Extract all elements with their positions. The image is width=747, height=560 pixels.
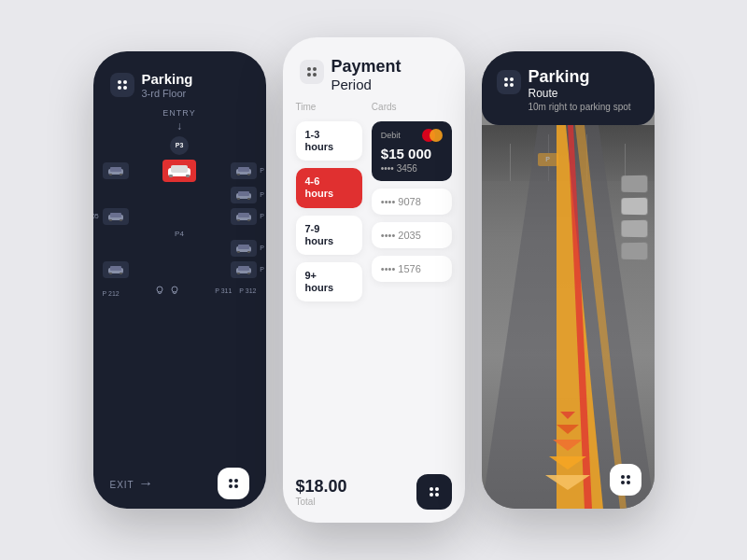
card-item-3[interactable]: •••• 1576	[372, 256, 452, 282]
svg-rect-9	[238, 167, 249, 172]
parking-spot-highlighted	[162, 160, 196, 182]
parking-row-5: P 309	[103, 261, 257, 278]
svg-rect-1	[110, 167, 121, 172]
spot-label-212: P 212	[103, 290, 120, 297]
card-number-1: •••• 9078	[381, 196, 443, 207]
svg-rect-30	[109, 273, 112, 274]
route-menu-button[interactable]	[610, 464, 641, 496]
time-option-4-6[interactable]: 4-6hours	[296, 168, 362, 207]
menu-icon[interactable]	[497, 70, 521, 94]
debit-label: Debit	[381, 131, 401, 140]
parking-spot	[103, 162, 129, 179]
payment-screen: Payment Period Time 1-3hours 4-6hours 7-…	[283, 37, 465, 523]
card-item-1[interactable]: •••• 9078	[372, 189, 452, 215]
total-block: $18.00 Total	[296, 477, 347, 507]
svg-rect-13	[238, 191, 249, 196]
card-number-debit: •••• 3456	[381, 163, 443, 174]
debit-card[interactable]: Debit $15 000 •••• 3456	[372, 121, 452, 181]
svg-rect-29	[110, 266, 121, 271]
arrow-1	[560, 412, 575, 419]
route-description: 10m right to parking spot	[529, 102, 631, 112]
header-text: Parking 3-rd Floor	[142, 72, 193, 99]
map-footer: EXIT →	[93, 458, 266, 509]
svg-rect-21	[238, 213, 249, 217]
svg-rect-2	[109, 174, 112, 175]
svg-rect-3	[120, 174, 122, 175]
svg-rect-11	[247, 174, 250, 175]
arrow-2	[557, 425, 579, 434]
parking-grid: P3	[103, 136, 257, 300]
svg-rect-27	[247, 251, 250, 253]
parking-row-4: P 307	[103, 240, 257, 257]
spot-label-302: P 302	[260, 167, 265, 174]
parking-spot: P 205	[103, 208, 129, 225]
route-title: Parking	[529, 68, 631, 87]
entry-arrow-icon: ↓	[103, 119, 257, 133]
route-footer	[610, 464, 641, 496]
payment-header: Payment Period	[283, 37, 465, 102]
card-number-3: •••• 1576	[381, 263, 443, 274]
spot-label-205: P 205	[93, 213, 99, 219]
route-image: P	[482, 125, 655, 509]
svg-rect-15	[247, 198, 250, 200]
time-option-7-9[interactable]: 7-9hours	[296, 216, 362, 255]
total-amount: $18.00	[296, 477, 347, 497]
time-option-1-3[interactable]: 1-3hours	[296, 121, 362, 161]
route-arrows	[545, 412, 590, 490]
parking-row-2: P 304	[103, 187, 257, 203]
route-subtitle: Route	[529, 87, 631, 100]
card-number-2: •••• 2035	[381, 230, 443, 241]
svg-rect-14	[237, 198, 240, 200]
svg-rect-33	[238, 266, 249, 271]
screen-title: Parking	[142, 72, 193, 88]
menu-button[interactable]	[218, 468, 249, 499]
card-item-2[interactable]: •••• 2035	[372, 222, 452, 248]
parking-spot: P 305	[231, 208, 257, 225]
svg-point-37	[172, 287, 177, 292]
payment-title: Payment	[331, 58, 402, 77]
payment-subtitle: Period	[331, 77, 402, 92]
parking-spot-p3: P3	[170, 136, 189, 155]
svg-rect-34	[237, 273, 240, 274]
arrow-5	[545, 475, 590, 490]
svg-rect-23	[247, 219, 250, 221]
spot-label-307: P 307	[260, 245, 265, 251]
screen-subtitle: 3-rd Floor	[142, 88, 193, 99]
svg-rect-25	[238, 245, 249, 249]
parking-row-3: P 205 P 305	[103, 208, 257, 225]
parking-row-top: P3	[103, 136, 257, 155]
parking-map-area: ENTRY ↓ P3	[93, 108, 266, 459]
menu-icon[interactable]	[110, 73, 134, 97]
proceed-button[interactable]	[416, 474, 452, 510]
cards-col-label: Cards	[372, 102, 452, 112]
parking-spot: P 304	[231, 187, 257, 203]
parking-row-1: P 302	[103, 160, 257, 182]
svg-rect-5	[171, 165, 188, 173]
exit-label: EXIT	[110, 480, 134, 490]
svg-rect-31	[120, 273, 122, 274]
card-amount: $15 000	[381, 146, 443, 161]
exit-arrow-icon: →	[138, 475, 153, 491]
svg-rect-19	[120, 219, 122, 221]
svg-rect-7	[186, 175, 190, 177]
time-option-9plus[interactable]: 9+hours	[296, 262, 362, 301]
parking-spot: P 309	[231, 261, 257, 278]
svg-point-36	[157, 287, 162, 292]
route-screen: Parking Route 10m right to parking spot …	[482, 51, 655, 509]
svg-rect-22	[237, 219, 240, 221]
spot-label-309: P 309	[260, 266, 265, 273]
parking-spot: P 302	[231, 162, 257, 179]
spot-label-304: P 304	[260, 191, 265, 198]
exit-section: EXIT →	[110, 475, 154, 492]
mastercard-icon	[422, 129, 443, 142]
payment-body: Time 1-3hours 4-6hours 7-9hours 9+hours …	[283, 102, 465, 465]
parking-spot: P 307	[231, 240, 257, 257]
parking-row-6: P 212 P 311 P 312	[103, 283, 257, 300]
arrow-4	[549, 456, 586, 469]
section-p4: P4	[103, 230, 257, 238]
entry-label: ENTRY	[103, 108, 257, 118]
map-header: Parking 3-rd Floor	[93, 51, 266, 108]
parking-spot	[103, 261, 129, 278]
menu-icon[interactable]	[300, 60, 324, 84]
cards-column: Cards Debit $15 000 •••• 3456 •••• 9078 …	[372, 102, 452, 465]
